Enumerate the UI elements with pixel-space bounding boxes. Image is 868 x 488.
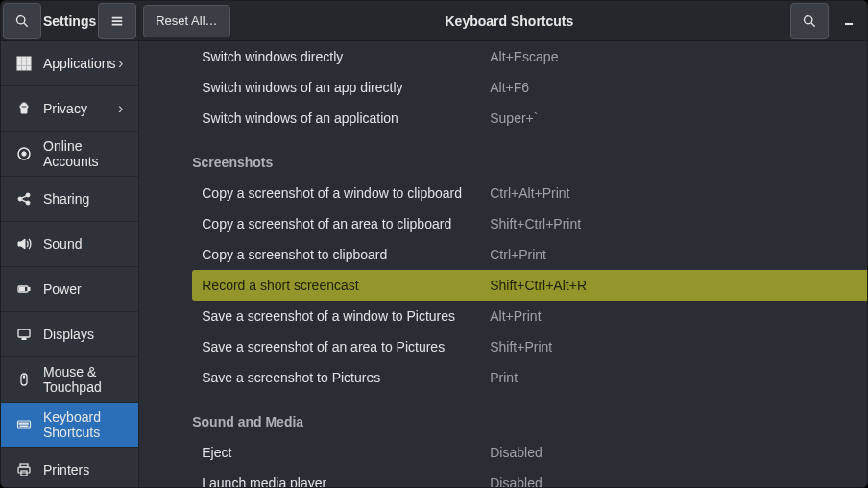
shortcut-keys: Alt+Print — [490, 308, 865, 324]
shortcut-row[interactable]: Switch windows of an app directlyAlt+F6 — [192, 72, 868, 103]
main-panel: Reset All… Keyboard Shortcuts Switch win… — [139, 1, 868, 487]
minimize-icon — [844, 16, 854, 26]
shortcut-keys: Shift+Print — [490, 339, 865, 354]
shortcut-row[interactable]: Save a screenshot of an area to Pictures… — [192, 331, 868, 362]
sidebar-item-label: Power — [43, 281, 123, 297]
sidebar-menu-button[interactable] — [98, 3, 136, 39]
shortcut-row[interactable]: Copy a screenshot of a window to clipboa… — [192, 178, 868, 208]
sidebar-item-label: Sharing — [43, 191, 123, 207]
sidebar-item-displays[interactable]: Displays — [1, 312, 138, 357]
sidebar-item-label: Sound — [43, 236, 123, 252]
shortcut-action: Copy a screenshot to clipboard — [202, 247, 490, 262]
search-icon — [15, 14, 29, 28]
sidebar-item-sharing[interactable]: Sharing — [1, 177, 138, 222]
main-title: Keyboard Shortcuts — [234, 13, 785, 29]
accounts-icon — [16, 146, 43, 161]
shortcut-action: Launch media player — [202, 476, 490, 487]
chevron-right-icon: › — [118, 55, 123, 72]
sidebar-item-online-accounts[interactable]: Online Accounts — [1, 132, 138, 177]
sidebar-item-label: Online Accounts — [43, 138, 123, 169]
shortcut-keys: Print — [490, 370, 865, 385]
sidebar-item-power[interactable]: Power — [1, 267, 138, 312]
shortcut-action: Save a screenshot of an area to Pictures — [202, 339, 490, 354]
sidebar-item-label: Applications — [43, 56, 118, 71]
shortcut-keys: Alt+Escape — [490, 49, 865, 64]
section-title-screenshots: Screenshots — [192, 137, 868, 178]
power-icon — [16, 281, 43, 297]
shortcut-keys: Disabled — [490, 445, 865, 460]
minimize-button[interactable] — [834, 7, 863, 36]
shortcut-row[interactable]: Record a short screencastShift+Ctrl+Alt+… — [192, 270, 868, 301]
shortcut-keys: Shift+Ctrl+Alt+R — [490, 278, 865, 293]
sidebar-item-keyboard-shortcuts[interactable]: Keyboard Shortcuts — [1, 403, 138, 448]
shortcut-row[interactable]: Save a screenshot to PicturesPrint — [192, 362, 868, 393]
shortcut-action: Save a screenshot to Pictures — [202, 370, 490, 385]
chevron-right-icon: › — [118, 100, 123, 117]
window-buttons — [834, 7, 868, 36]
shortcut-keys: Ctrl+Alt+Print — [490, 185, 865, 201]
sidebar-item-label: Displays — [43, 327, 123, 342]
shortcut-action: Switch windows of an application — [202, 110, 490, 126]
apps-icon — [16, 56, 43, 71]
sidebar-search-button[interactable] — [3, 3, 41, 39]
displays-icon — [16, 327, 43, 342]
shortcut-row[interactable]: EjectDisabled — [192, 437, 868, 468]
sharing-icon — [16, 191, 43, 207]
sound-icon — [16, 236, 43, 252]
sidebar-item-privacy[interactable]: Privacy› — [1, 86, 138, 132]
shortcut-keys: Super+` — [490, 110, 865, 126]
svg-rect-0 — [845, 23, 853, 25]
sidebar-item-applications[interactable]: Applications› — [1, 41, 138, 86]
printers-icon — [16, 462, 43, 477]
shortcut-row[interactable]: Launch media playerDisabled — [192, 468, 868, 487]
sidebar-item-printers[interactable]: Printers — [1, 448, 138, 487]
shortcut-row[interactable]: Save a screenshot of a window to Picture… — [192, 301, 868, 331]
shortcut-action: Save a screenshot of a window to Picture… — [202, 308, 490, 324]
shortcut-keys: Disabled — [490, 476, 865, 487]
shortcut-list: Switch windows directlyAlt+EscapeSwitch … — [139, 41, 868, 487]
main-search-button[interactable] — [790, 3, 829, 39]
keyboard-icon — [16, 417, 43, 432]
privacy-icon — [16, 101, 43, 116]
shortcut-action: Eject — [202, 445, 490, 460]
shortcut-action: Record a short screencast — [202, 278, 490, 293]
shortcut-keys: Ctrl+Print — [490, 247, 865, 262]
section-title-sound-media: Sound and Media — [192, 397, 868, 437]
sidebar: Settings Applications›Privacy›Online Acc… — [1, 1, 139, 487]
shortcut-action: Copy a screenshot of an area to clipboar… — [202, 216, 490, 232]
sidebar-item-label: Keyboard Shortcuts — [43, 409, 123, 440]
sidebar-item-label: Privacy — [43, 101, 118, 116]
search-icon — [803, 14, 816, 28]
sidebar-item-sound[interactable]: Sound — [1, 222, 138, 267]
sidebar-list: Applications›Privacy›Online AccountsShar… — [1, 41, 138, 487]
shortcut-row[interactable]: Switch windows of an applicationSuper+` — [192, 103, 868, 134]
shortcut-row[interactable]: Copy a screenshot to clipboardCtrl+Print — [192, 239, 868, 270]
sidebar-header: Settings — [1, 1, 138, 41]
shortcut-keys: Shift+Ctrl+Print — [490, 216, 865, 232]
reset-all-button[interactable]: Reset All… — [143, 5, 229, 37]
sidebar-title: Settings — [43, 13, 96, 29]
sidebar-item-label: Printers — [43, 462, 123, 477]
shortcut-row[interactable]: Copy a screenshot of an area to clipboar… — [192, 208, 868, 239]
shortcut-action: Switch windows of an app directly — [202, 80, 490, 95]
sidebar-item-mouse-touchpad[interactable]: Mouse & Touchpad — [1, 357, 138, 403]
shortcut-keys: Alt+F6 — [490, 80, 865, 95]
content-wrap: Switch windows directlyAlt+EscapeSwitch … — [139, 41, 868, 487]
hamburger-icon — [110, 14, 124, 28]
main-header: Reset All… Keyboard Shortcuts — [139, 1, 868, 41]
mouse-icon — [16, 372, 43, 387]
sidebar-item-label: Mouse & Touchpad — [43, 364, 123, 395]
shortcut-row[interactable]: Switch windows directlyAlt+Escape — [192, 41, 868, 72]
shortcut-action: Copy a screenshot of a window to clipboa… — [202, 185, 490, 201]
settings-app: Settings Applications›Privacy›Online Acc… — [0, 0, 868, 488]
shortcut-list-scroll[interactable]: Switch windows directlyAlt+EscapeSwitch … — [139, 41, 868, 487]
shortcut-action: Switch windows directly — [202, 49, 490, 64]
